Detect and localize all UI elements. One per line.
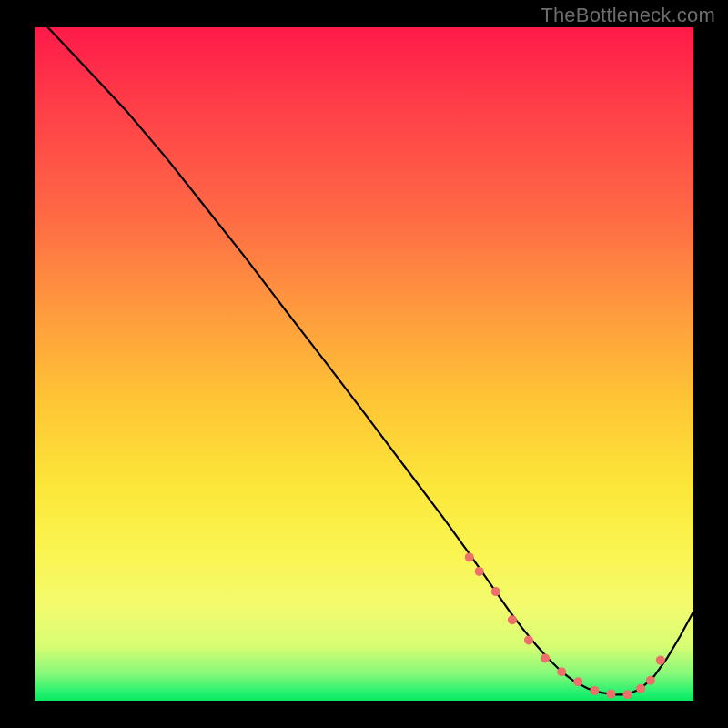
highlight-dot — [508, 615, 517, 624]
highlight-dot — [607, 690, 616, 699]
watermark-text: TheBottleneck.com — [541, 4, 715, 27]
highlight-dot — [590, 686, 599, 695]
highlight-dot — [524, 635, 533, 644]
chart-frame: TheBottleneck.com — [0, 0, 728, 728]
highlight-dot — [656, 656, 665, 665]
highlight-dot — [636, 684, 645, 693]
highlight-dot — [623, 690, 632, 699]
highlight-dots — [465, 552, 665, 699]
highlight-dot — [541, 653, 550, 662]
highlight-dot — [573, 677, 582, 686]
plot-area — [35, 27, 693, 701]
highlight-dot — [557, 667, 566, 676]
curve-layer — [35, 27, 693, 701]
highlight-dot — [646, 676, 655, 685]
highlight-dot — [475, 567, 484, 576]
highlight-dot — [491, 587, 500, 596]
main-curve — [48, 27, 694, 694]
highlight-dot — [465, 552, 474, 561]
